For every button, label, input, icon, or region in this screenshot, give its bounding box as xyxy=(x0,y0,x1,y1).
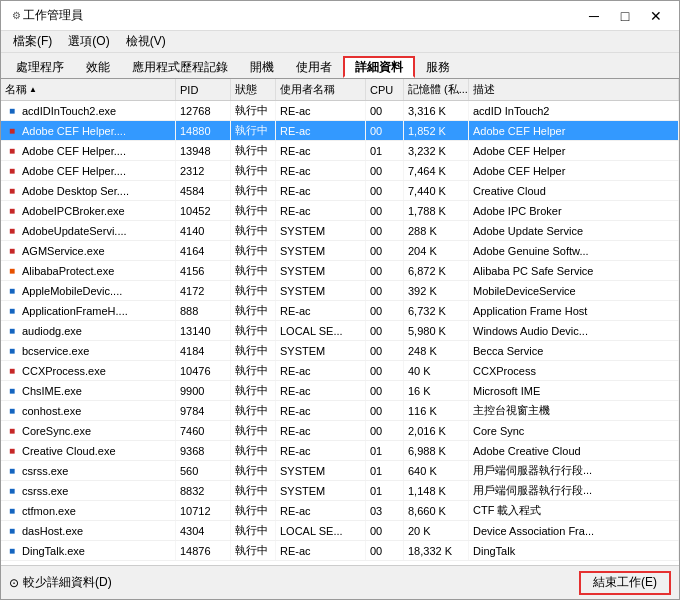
cell-name: ■ ChsIME.exe xyxy=(1,381,176,400)
cell-cpu: 00 xyxy=(366,401,404,420)
cell-pid: 2312 xyxy=(176,161,231,180)
table-row[interactable]: ■ AlibabaProtect.exe 4156 執行中 SYSTEM 00 … xyxy=(1,261,679,281)
tab-startup[interactable]: 開機 xyxy=(239,56,285,78)
col-desc[interactable]: 描述 xyxy=(469,79,679,100)
process-icon: ■ xyxy=(5,504,19,518)
cell-pid: 10712 xyxy=(176,501,231,520)
table-row[interactable]: ■ ChsIME.exe 9900 執行中 RE-ac 00 16 K Micr… xyxy=(1,381,679,401)
cell-name: ■ AlibabaProtect.exe xyxy=(1,261,176,280)
cell-mem: 6,988 K xyxy=(404,441,469,460)
cell-desc: Adobe Creative Cloud xyxy=(469,441,679,460)
cell-pid: 4156 xyxy=(176,261,231,280)
table-row[interactable]: ■ conhost.exe 9784 執行中 RE-ac 00 116 K 主控… xyxy=(1,401,679,421)
process-icon: ■ xyxy=(5,384,19,398)
tab-details[interactable]: 詳細資料 xyxy=(343,56,415,78)
col-mem[interactable]: 記憶體 (私... xyxy=(404,79,469,100)
tab-app-history[interactable]: 應用程式歷程記錄 xyxy=(121,56,239,78)
col-pid[interactable]: PID xyxy=(176,79,231,100)
cell-name: ■ dasHost.exe xyxy=(1,521,176,540)
table-row[interactable]: ■ Adobe Desktop Ser.... 4584 執行中 RE-ac 0… xyxy=(1,181,679,201)
cell-name: ■ audiodg.exe xyxy=(1,321,176,340)
menu-file[interactable]: 檔案(F) xyxy=(5,31,60,52)
task-manager-window: ⚙ 工作管理員 ─ □ ✕ 檔案(F) 選項(O) 檢視(V) 處理程序 效能 … xyxy=(0,0,680,600)
cell-user: RE-ac xyxy=(276,541,366,560)
cell-pid: 14876 xyxy=(176,541,231,560)
table-row[interactable]: ■ Adobe CEF Helper.... 13948 執行中 RE-ac 0… xyxy=(1,141,679,161)
table-row[interactable]: ■ Creative Cloud.exe 9368 執行中 RE-ac 01 6… xyxy=(1,441,679,461)
cell-desc: CCXProcess xyxy=(469,361,679,380)
cell-status: 執行中 xyxy=(231,401,276,420)
process-table: 名稱 ▲ PID 狀態 使用者名稱 CPU 記憶體 (私... 描述 ■ acd… xyxy=(1,79,679,565)
table-row[interactable]: ■ CoreSync.exe 7460 執行中 RE-ac 00 2,016 K… xyxy=(1,421,679,441)
table-row[interactable]: ■ ApplicationFrameH.... 888 執行中 RE-ac 00… xyxy=(1,301,679,321)
cell-pid: 14880 xyxy=(176,121,231,140)
cell-cpu: 01 xyxy=(366,141,404,160)
cell-status: 執行中 xyxy=(231,221,276,240)
cell-desc: Adobe CEF Helper xyxy=(469,121,679,140)
table-row[interactable]: ■ AGMService.exe 4164 執行中 SYSTEM 00 204 … xyxy=(1,241,679,261)
cell-mem: 18,332 K xyxy=(404,541,469,560)
table-row[interactable]: ■ CCXProcess.exe 10476 執行中 RE-ac 00 40 K… xyxy=(1,361,679,381)
cell-cpu: 03 xyxy=(366,501,404,520)
minimize-button[interactable]: ─ xyxy=(579,2,609,30)
table-row[interactable]: ■ Adobe CEF Helper.... 14880 執行中 RE-ac 0… xyxy=(1,121,679,141)
cell-status: 執行中 xyxy=(231,241,276,260)
cell-user: RE-ac xyxy=(276,361,366,380)
cell-mem: 288 K xyxy=(404,221,469,240)
table-row[interactable]: ■ DingTalk.exe 14876 執行中 RE-ac 00 18,332… xyxy=(1,541,679,561)
cell-name: ■ AdobeIPCBroker.exe xyxy=(1,201,176,220)
tab-bar: 處理程序 效能 應用程式歷程記錄 開機 使用者 詳細資料 服務 xyxy=(1,53,679,79)
cell-name: ■ DingTalk.exe xyxy=(1,541,176,560)
menu-options[interactable]: 選項(O) xyxy=(60,31,117,52)
table-row[interactable]: ■ audiodg.exe 13140 執行中 LOCAL SE... 00 5… xyxy=(1,321,679,341)
process-icon: ■ xyxy=(5,424,19,438)
close-button[interactable]: ✕ xyxy=(641,2,671,30)
cell-desc: acdID InTouch2 xyxy=(469,101,679,120)
cell-desc: Core Sync xyxy=(469,421,679,440)
table-row[interactable]: ■ dasHost.exe 4304 執行中 LOCAL SE... 00 20… xyxy=(1,521,679,541)
cell-desc: 用戶端伺服器執行行段... xyxy=(469,481,679,500)
table-header: 名稱 ▲ PID 狀態 使用者名稱 CPU 記憶體 (私... 描述 xyxy=(1,79,679,101)
col-cpu[interactable]: CPU xyxy=(366,79,404,100)
tab-services[interactable]: 服務 xyxy=(415,56,461,78)
cell-mem: 40 K xyxy=(404,361,469,380)
table-row[interactable]: ■ acdIDInTouch2.exe 12768 執行中 RE-ac 00 3… xyxy=(1,101,679,121)
cell-user: SYSTEM xyxy=(276,241,366,260)
cell-cpu: 01 xyxy=(366,461,404,480)
table-row[interactable]: ■ bcservice.exe 4184 執行中 SYSTEM 00 248 K… xyxy=(1,341,679,361)
col-user[interactable]: 使用者名稱 xyxy=(276,79,366,100)
process-icon: ■ xyxy=(5,164,19,178)
cell-user: RE-ac xyxy=(276,101,366,120)
table-row[interactable]: ■ csrss.exe 560 執行中 SYSTEM 01 640 K 用戶端伺… xyxy=(1,461,679,481)
maximize-button[interactable]: □ xyxy=(610,2,640,30)
col-name[interactable]: 名稱 ▲ xyxy=(1,79,176,100)
cell-name: ■ AppleMobileDevic.... xyxy=(1,281,176,300)
tab-performance[interactable]: 效能 xyxy=(75,56,121,78)
table-row[interactable]: ■ ctfmon.exe 10712 執行中 RE-ac 03 8,660 K … xyxy=(1,501,679,521)
less-detail-button[interactable]: ⊙ 較少詳細資料(D) xyxy=(9,574,112,591)
cell-status: 執行中 xyxy=(231,421,276,440)
cell-cpu: 00 xyxy=(366,521,404,540)
cell-cpu: 00 xyxy=(366,301,404,320)
table-body: ■ acdIDInTouch2.exe 12768 執行中 RE-ac 00 3… xyxy=(1,101,679,565)
menu-view[interactable]: 檢視(V) xyxy=(118,31,174,52)
table-row[interactable]: ■ AdobeUpdateServi.... 4140 執行中 SYSTEM 0… xyxy=(1,221,679,241)
cell-mem: 640 K xyxy=(404,461,469,480)
cell-pid: 4584 xyxy=(176,181,231,200)
table-row[interactable]: ■ AdobeIPCBroker.exe 10452 執行中 RE-ac 00 … xyxy=(1,201,679,221)
end-task-button[interactable]: 結束工作(E) xyxy=(579,571,671,595)
cell-mem: 1,788 K xyxy=(404,201,469,220)
tab-users[interactable]: 使用者 xyxy=(285,56,343,78)
table-row[interactable]: ■ csrss.exe 8832 執行中 SYSTEM 01 1,148 K 用… xyxy=(1,481,679,501)
cell-mem: 3,316 K xyxy=(404,101,469,120)
process-icon: ■ xyxy=(5,304,19,318)
tab-processes[interactable]: 處理程序 xyxy=(5,56,75,78)
cell-desc: Adobe Update Service xyxy=(469,221,679,240)
table-row[interactable]: ■ Adobe CEF Helper.... 2312 執行中 RE-ac 00… xyxy=(1,161,679,181)
cell-name: ■ csrss.exe xyxy=(1,461,176,480)
cell-cpu: 00 xyxy=(366,361,404,380)
col-status[interactable]: 狀態 xyxy=(231,79,276,100)
table-row[interactable]: ■ AppleMobileDevic.... 4172 執行中 SYSTEM 0… xyxy=(1,281,679,301)
cell-status: 執行中 xyxy=(231,161,276,180)
cell-user: RE-ac xyxy=(276,201,366,220)
